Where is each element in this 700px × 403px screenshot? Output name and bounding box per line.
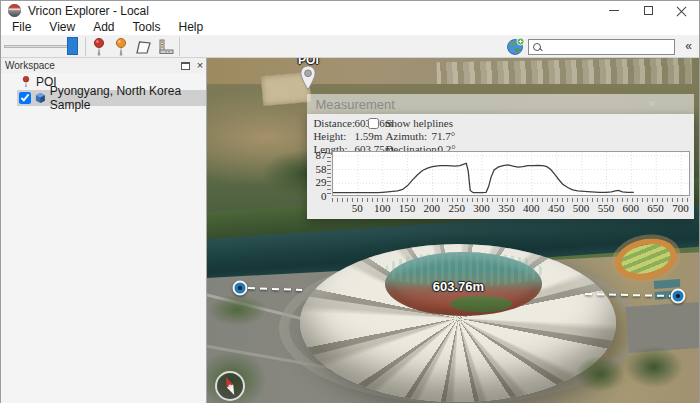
search-box <box>528 39 675 55</box>
height-label: Height: <box>313 130 346 142</box>
measurement-distance-label: 603.76m <box>421 279 495 294</box>
layer-cube-icon <box>35 92 46 104</box>
x-tick-label: 550 <box>593 202 619 214</box>
menu-help[interactable]: Help <box>170 20 213 35</box>
azimuth-label: Azimuth: <box>385 130 427 142</box>
distance-label: Distance: <box>313 117 355 129</box>
window-controls <box>597 1 699 20</box>
height-value: 1.59m <box>354 130 382 142</box>
add-poi-red-button[interactable] <box>89 37 109 57</box>
x-tick-label: 300 <box>469 202 495 214</box>
x-tick-label: 400 <box>518 202 544 214</box>
x-tick-label: 700 <box>667 202 693 214</box>
toolbar-separator <box>179 37 180 56</box>
maximize-button[interactable] <box>631 1 665 20</box>
x-tick-label: 200 <box>419 202 445 214</box>
y-tick-label: 29 <box>310 176 326 188</box>
minimize-button[interactable] <box>597 1 631 20</box>
elevation-profile-line <box>333 163 634 192</box>
tree-clump <box>625 346 683 388</box>
x-tick-label: 150 <box>394 202 420 214</box>
x-tick-label: 500 <box>568 202 594 214</box>
measurement-panel-titlebar[interactable]: Measurement × <box>307 94 694 114</box>
workspace-title: Workspace <box>5 60 55 71</box>
menu-tools[interactable]: Tools <box>124 20 170 35</box>
chart-y-axis-ticks <box>327 153 331 196</box>
ruler-icon <box>157 38 175 56</box>
x-tick-label: 450 <box>543 202 569 214</box>
window-title: Vricon Explorer - Local <box>28 4 149 18</box>
minimize-icon <box>609 10 619 11</box>
measurement-panel-body: Distance: 603.76m Show helplines Height:… <box>307 114 694 219</box>
layer-checkbox[interactable] <box>19 92 31 104</box>
poi-pin-icon <box>21 75 31 89</box>
poi-map-pin-icon[interactable] <box>300 65 316 91</box>
profile-chart-svg <box>333 152 691 197</box>
tree-item-layer[interactable]: Pyongyang, North Korea Sample <box>17 90 206 106</box>
menu-add[interactable]: Add <box>84 20 123 35</box>
measurement-close-button[interactable]: × <box>645 97 658 110</box>
add-poi-orange-button[interactable] <box>111 37 131 57</box>
tree-clump <box>207 294 267 326</box>
measure-tool-button[interactable] <box>156 37 176 57</box>
toolbar-separator <box>85 37 86 56</box>
title-bar[interactable]: Vricon Explorer - Local <box>1 1 699 20</box>
measurement-row-height: Height: 1.59m Azimuth: 71.7° <box>307 130 694 143</box>
chart-x-axis-labels: 5010015020025030035040045050055060065070… <box>332 202 692 216</box>
measurement-row-distance: Distance: 603.76m Show helplines <box>307 117 694 130</box>
poi-map-label: POI <box>286 58 330 67</box>
menu-file[interactable]: File <box>3 20 40 35</box>
x-tick-label: 350 <box>493 202 519 214</box>
elevation-profile-chart: 0295887 50100150200250300350400450500550… <box>310 151 692 218</box>
zoom-slider-handle[interactable] <box>67 37 78 55</box>
y-tick-label: 87 <box>310 149 326 161</box>
y-tick-label: 58 <box>310 163 326 175</box>
red-pin-icon <box>91 38 107 57</box>
float-panel-icon[interactable] <box>181 62 190 70</box>
tree-item-layer-label: Pyongyang, North Korea Sample <box>50 84 207 112</box>
globe-add-icon <box>506 37 525 56</box>
app-logo-icon <box>8 4 21 17</box>
x-tick-label: 650 <box>643 202 669 214</box>
search-icon <box>532 42 542 52</box>
stadium-field <box>450 296 512 312</box>
azimuth-value: 71.7° <box>431 130 455 142</box>
workspace-header: Workspace × <box>1 58 206 73</box>
toolbar: « <box>1 35 699 58</box>
x-tick-label: 50 <box>344 202 370 214</box>
polygon-tool-button[interactable] <box>133 37 153 57</box>
main-area: Workspace × POI Pyongyang, North Korea <box>1 58 699 403</box>
helplines-label: Show helplines <box>385 117 453 129</box>
close-icon <box>677 6 687 16</box>
show-helplines-checkbox[interactable] <box>368 118 379 129</box>
polygon-icon <box>134 38 152 56</box>
x-tick-label: 100 <box>369 202 395 214</box>
add-location-button[interactable] <box>506 37 526 57</box>
app-window: Vricon Explorer - Local File View Add To… <box>0 0 700 403</box>
maximize-icon <box>644 6 653 15</box>
chart-plot-area <box>332 151 690 196</box>
x-tick-label: 250 <box>444 202 470 214</box>
workspace-panel: Workspace × POI Pyongyang, North Korea <box>1 58 207 403</box>
workspace-close-button[interactable]: × <box>195 58 205 72</box>
measurement-panel-title: Measurement <box>315 97 394 112</box>
search-input[interactable] <box>542 41 684 53</box>
close-button[interactable] <box>665 1 699 20</box>
orange-pin-icon <box>113 38 129 57</box>
menu-bar: File View Add Tools Help <box>1 20 699 35</box>
measurement-panel: Measurement × Distance: 603.76m Show hel… <box>307 94 694 219</box>
x-tick-label: 600 <box>618 202 644 214</box>
map-viewport[interactable]: POI 603.76m Measurement × Distance: <box>207 58 699 403</box>
toolbar-collapse-button[interactable]: « <box>680 38 697 55</box>
menu-view[interactable]: View <box>40 20 84 35</box>
parking-lot <box>626 301 699 353</box>
y-tick-label: 0 <box>310 190 326 202</box>
